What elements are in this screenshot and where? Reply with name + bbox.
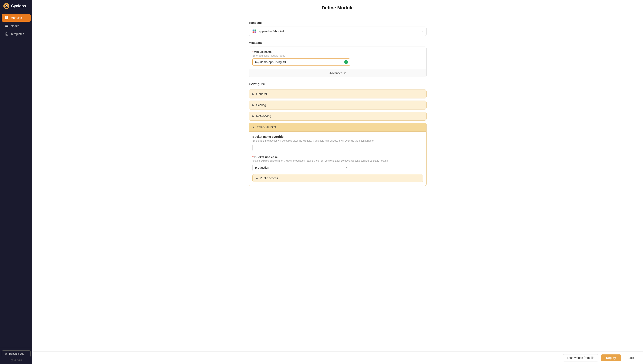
accordion-networking-chevron-icon: ▶ [252,115,254,118]
bucket-use-case-label: * Bucket use case [252,156,423,159]
svg-point-10 [8,25,8,25]
accordion-aws-s3-bucket: ▼ aws-s3-bucket Bucket name override By … [249,123,426,186]
content-area: Template app-with-s3-bucket ▼ Metadata *… [242,16,433,206]
svg-rect-23 [252,32,254,33]
grid-icon [5,16,8,20]
sidebar-nav: Modules Nodes Templates [0,12,32,348]
version-text: v0.14.3 [14,359,22,362]
bottom-bar: Load values from file Deploy Back [32,352,643,364]
sidebar: Cyclops Modules Nodes [0,0,32,364]
template-chevron-icon: ▼ [421,30,423,33]
advanced-chevron-icon: ∨ [344,72,346,75]
bug-icon [4,352,8,355]
svg-rect-5 [7,16,8,18]
back-label: Back [628,356,634,360]
page-header: Define Module [32,0,643,16]
cube-icon [252,29,257,34]
report-bug-button[interactable]: Report a Bug [2,350,30,357]
accordion-aws-s3-bucket-chevron-icon: ▼ [252,126,255,128]
metadata-inner: *Module name Enter a unique module name … [249,47,426,69]
bottom-spacer [249,188,426,201]
sidebar-item-modules[interactable]: Modules [2,14,30,22]
sidebar-footer: Report a Bug v0.14.3 [0,348,32,364]
public-access-chevron-icon: ▶ [256,177,258,180]
server-icon [5,24,8,28]
svg-point-3 [5,7,8,8]
report-bug-label: Report a Bug [9,352,24,355]
svg-rect-21 [252,30,254,31]
accordion-general-label: General [256,92,267,96]
app-logo-text: Cyclops [11,4,26,8]
accordion-networking-label: Networking [256,114,271,118]
template-selected-value: app-with-s3-bucket [259,30,419,33]
svg-rect-6 [5,18,6,19]
template-selector[interactable]: app-with-s3-bucket ▼ [249,26,426,36]
advanced-toggle[interactable]: Advanced ∨ [249,69,426,77]
svg-rect-4 [5,16,6,18]
module-name-input[interactable] [252,58,350,66]
version-label: v0.14.3 [2,359,30,362]
sub-accordion-public-access: ▶ Public access [252,174,423,182]
sidebar-item-nodes[interactable]: Nodes [2,22,30,30]
bucket-name-override-label: Bucket name override [252,135,423,138]
bucket-name-override-desc: By default, the bucket will be called af… [252,139,423,142]
sidebar-header: Cyclops [0,0,32,12]
public-access-label: Public access [260,176,278,180]
accordion-aws-s3-bucket-header[interactable]: ▼ aws-s3-bucket [249,123,426,132]
github-icon [11,359,13,362]
accordion-scaling-label: Scaling [256,103,266,107]
configure-section: Configure ▶ General ▶ Scaling ▶ Netw [249,82,426,186]
load-values-button[interactable]: Load values from file [563,354,598,362]
bucket-use-case-select[interactable]: testing production website [252,164,350,171]
sidebar-item-templates[interactable]: Templates [2,30,30,38]
svg-rect-7 [7,18,8,19]
sidebar-item-templates-label: Templates [11,32,24,36]
svg-point-11 [8,26,8,27]
module-name-input-wrapper: ✓ [252,58,350,66]
bucket-name-override-input[interactable] [252,144,350,151]
svg-rect-22 [254,30,256,31]
file-icon [5,32,8,36]
accordion-general: ▶ General [249,90,426,98]
template-section: Template app-with-s3-bucket ▼ [249,21,426,36]
sidebar-item-nodes-label: Nodes [11,24,19,28]
page-title: Define Module [38,5,638,11]
metadata-box: *Module name Enter a unique module name … [249,46,426,77]
load-values-label: Load values from file [567,356,594,360]
bucket-use-case-desc: testing expires objects after 3 days; pr… [252,159,423,162]
sidebar-item-modules-label: Modules [11,16,22,20]
input-valid-icon: ✓ [344,60,348,64]
configure-section-label: Configure [249,82,426,86]
accordion-general-chevron-icon: ▶ [252,93,254,96]
back-button[interactable]: Back [624,354,638,361]
cyclops-logo-icon [4,3,9,9]
template-section-label: Template [249,21,426,24]
bucket-use-case-select-wrapper: testing production website ▼ [252,164,350,171]
advanced-label: Advanced [329,72,342,75]
accordion-aws-s3-bucket-body: Bucket name override By default, the buc… [249,132,426,186]
accordion-general-header[interactable]: ▶ General [249,90,426,98]
svg-point-2 [6,5,7,6]
accordion-scaling-header[interactable]: ▶ Scaling [249,101,426,109]
accordion-aws-s3-bucket-label: aws-s3-bucket [257,126,276,129]
module-name-placeholder: Enter a unique module name [252,54,423,57]
accordion-scaling-chevron-icon: ▶ [252,104,254,106]
svg-rect-24 [254,32,256,33]
deploy-button[interactable]: Deploy [601,354,621,361]
metadata-section: Metadata *Module name Enter a unique mod… [249,41,426,77]
deploy-label: Deploy [606,356,616,360]
main-content: Define Module Template app-with-s3-bucke… [32,0,643,364]
module-name-label: *Module name [252,50,423,53]
accordion-scaling: ▶ Scaling [249,100,426,110]
metadata-section-label: Metadata [249,41,426,44]
sub-accordion-public-access-header[interactable]: ▶ Public access [252,174,423,182]
accordion-networking: ▶ Networking [249,112,426,120]
accordion-networking-header[interactable]: ▶ Networking [249,112,426,120]
